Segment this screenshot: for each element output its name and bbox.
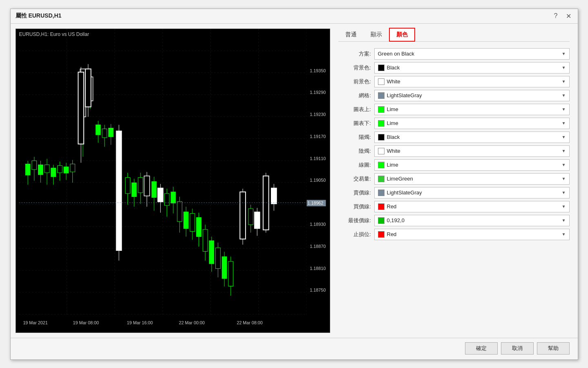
stop-value: Red <box>387 231 397 237</box>
help-button[interactable]: ? <box>552 12 559 20</box>
bg-swatch <box>378 65 385 71</box>
fg-dropdown[interactable]: White ▼ <box>374 76 570 87</box>
chart-down-value: Lime <box>387 120 398 126</box>
chart-down-label: 圖表下: <box>338 120 371 127</box>
svg-text:1.19230: 1.19230 <box>310 112 326 117</box>
svg-rect-92 <box>248 208 253 224</box>
svg-text:1.18930: 1.18930 <box>310 221 326 226</box>
line-swatch <box>378 162 385 168</box>
svg-rect-84 <box>215 248 220 268</box>
bear-dropdown[interactable]: White ▼ <box>374 145 570 157</box>
svg-text:1.18962: 1.18962 <box>307 201 323 205</box>
chart-down-dropdown[interactable]: Lime ▼ <box>374 118 570 129</box>
bull-chevron-icon: ▼ <box>562 135 566 139</box>
cancel-button[interactable]: 取消 <box>501 342 534 355</box>
svg-text:1.19290: 1.19290 <box>310 90 326 95</box>
fg-chevron-icon: ▼ <box>562 79 566 84</box>
fg-row: 前景色: White ▼ <box>338 76 570 87</box>
dialog-window: 屬性 EURUSD,H1 ? ✕ EURUSD,H1: Euro vs US D… <box>10 9 578 360</box>
bg-value: Black <box>387 65 400 71</box>
svg-text:1.19170: 1.19170 <box>310 134 326 138</box>
line-dropdown[interactable]: Lime ▼ <box>374 159 570 171</box>
svg-rect-60 <box>138 177 143 192</box>
svg-rect-50 <box>102 129 107 138</box>
help-footer-button[interactable]: 幫助 <box>537 342 570 355</box>
bid-dropdown[interactable]: Red ▼ <box>374 201 570 212</box>
svg-rect-82 <box>209 241 214 264</box>
svg-text:19 Mar 2021: 19 Mar 2021 <box>23 320 47 325</box>
chart-up-row: 圖表上: Lime ▼ <box>338 104 570 115</box>
svg-rect-56 <box>125 177 130 193</box>
svg-rect-54 <box>116 131 122 250</box>
svg-rect-98 <box>271 188 277 204</box>
line-value: Lime <box>387 162 398 168</box>
volume-value: LimeGreen <box>387 176 413 182</box>
svg-rect-80 <box>203 229 208 251</box>
svg-text:1.19350: 1.19350 <box>310 68 326 73</box>
svg-rect-90 <box>240 192 246 239</box>
bear-swatch <box>378 148 385 154</box>
bid-chevron-icon: ▼ <box>562 204 566 209</box>
bid-row: 買價線: Red ▼ <box>338 201 570 212</box>
ask-label: 賣價線: <box>338 189 371 196</box>
svg-rect-38 <box>57 165 62 173</box>
chart-down-swatch <box>378 120 385 127</box>
scheme-value: Green on Black <box>378 51 415 57</box>
line-row: 線圖: Lime ▼ <box>338 159 570 171</box>
ask-dropdown[interactable]: LightSlateGray ▼ <box>374 187 570 198</box>
svg-rect-28 <box>25 164 30 175</box>
stop-dropdown[interactable]: Red ▼ <box>374 229 570 240</box>
grid-value: LightSlateGray <box>387 92 422 98</box>
bear-chevron-icon: ▼ <box>562 149 566 153</box>
stop-label: 止損位: <box>338 231 371 238</box>
svg-text:1.19050: 1.19050 <box>310 178 326 183</box>
grid-dropdown[interactable]: LightSlateGray ▼ <box>374 90 570 101</box>
chart-up-swatch <box>378 106 385 113</box>
svg-rect-96 <box>263 176 268 230</box>
chart-up-dropdown[interactable]: Lime ▼ <box>374 104 570 115</box>
svg-rect-68 <box>164 193 169 205</box>
chart-down-chevron-icon: ▼ <box>562 121 566 125</box>
last-dropdown[interactable]: 0,192,0 ▼ <box>374 215 570 226</box>
bull-value: Black <box>387 134 400 140</box>
svg-rect-48 <box>96 125 101 134</box>
tab-color[interactable]: 顏色 <box>389 28 415 42</box>
settings-panel: 普通 顯示 顏色 方案: Green on Black ▼ <box>330 24 578 338</box>
scheme-row: 方案: Green on Black ▼ <box>338 48 570 60</box>
svg-rect-70 <box>171 192 176 203</box>
bull-dropdown[interactable]: Black ▼ <box>374 132 570 143</box>
svg-text:19 Mar 08:00: 19 Mar 08:00 <box>73 320 98 325</box>
bg-chevron-icon: ▼ <box>562 65 566 70</box>
bg-row: 背景色: Black ▼ <box>338 62 570 74</box>
svg-rect-62 <box>144 176 150 196</box>
window-title: 屬性 EURUSD,H1 <box>16 12 62 20</box>
last-label: 最後價線: <box>338 217 371 224</box>
title-bar: 屬性 EURUSD,H1 ? ✕ <box>11 9 578 24</box>
line-label: 線圖: <box>338 161 371 169</box>
close-button[interactable]: ✕ <box>564 12 573 20</box>
svg-text:22 Mar 00:00: 22 Mar 00:00 <box>179 320 204 325</box>
chart-up-label: 圖表上: <box>338 106 371 113</box>
chart-svg: 1.19350 1.19290 1.19230 1.19170 1.19110 … <box>16 29 330 332</box>
volume-label: 交易量: <box>338 175 371 183</box>
bg-dropdown[interactable]: Black ▼ <box>374 62 570 74</box>
svg-rect-44 <box>78 72 84 144</box>
bid-value: Red <box>387 203 397 210</box>
svg-rect-30 <box>31 161 36 170</box>
tab-general[interactable]: 普通 <box>338 28 364 42</box>
svg-rect-64 <box>152 181 157 197</box>
scheme-dropdown[interactable]: Green on Black ▼ <box>374 48 570 60</box>
dialog-body: EURUSD,H1: Euro vs US Dollar 1.19350 <box>11 24 578 338</box>
title-bar-buttons: ? ✕ <box>552 12 573 20</box>
ask-row: 賣價線: LightSlateGray ▼ <box>338 187 570 198</box>
tab-display[interactable]: 顯示 <box>364 28 389 42</box>
svg-rect-94 <box>254 212 260 228</box>
stop-row: 止損位: Red ▼ <box>338 229 570 240</box>
svg-rect-74 <box>183 212 188 228</box>
volume-dropdown[interactable]: LimeGreen ▼ <box>374 173 570 185</box>
bid-swatch <box>378 203 385 210</box>
bear-value: White <box>387 148 400 154</box>
settings-rows: 方案: Green on Black ▼ 背景色: Black <box>338 48 570 334</box>
ok-button[interactable]: 確定 <box>465 342 498 355</box>
svg-rect-32 <box>38 165 43 174</box>
